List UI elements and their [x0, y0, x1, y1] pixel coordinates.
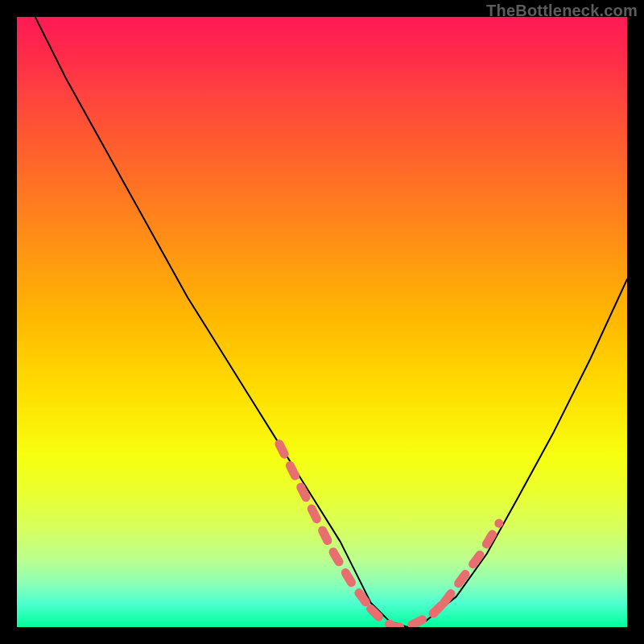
highlight-band-bottom [371, 603, 444, 627]
plot-background [17, 17, 627, 627]
highlight-band-left [279, 444, 371, 609]
bottleneck-curve [35, 17, 627, 627]
highlight-band-right [444, 523, 499, 603]
chart-svg [17, 17, 627, 627]
watermark-text: TheBottleneck.com [486, 2, 638, 20]
chart-frame: TheBottleneck.com [0, 0, 644, 644]
